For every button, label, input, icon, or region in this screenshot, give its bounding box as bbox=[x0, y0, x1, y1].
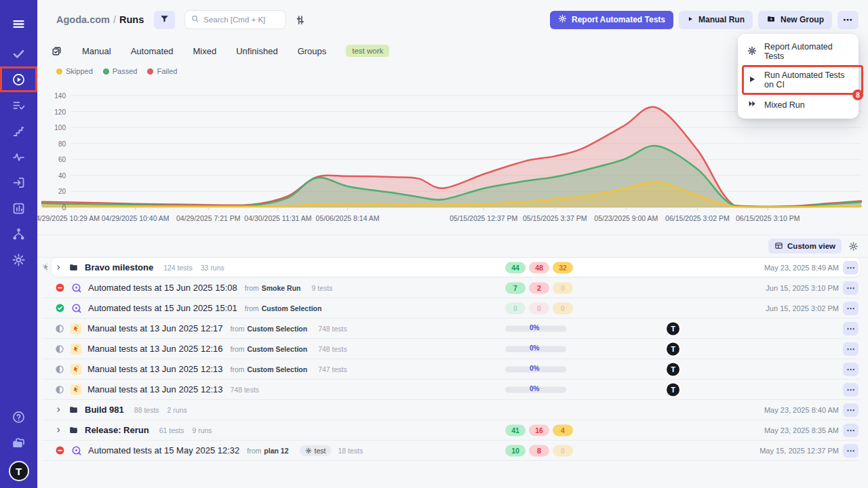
runs-count: 33 runs bbox=[201, 264, 224, 272]
progress-bar: 0% bbox=[505, 346, 566, 352]
table-row-run[interactable]: Manual tests at 13 Jun 2025 12:13 from C… bbox=[42, 359, 860, 380]
search-input[interactable] bbox=[203, 16, 280, 24]
table-row-run[interactable]: Manual tests at 13 Jun 2025 12:16 from C… bbox=[42, 339, 860, 359]
run-title[interactable]: Manual tests at 13 Jun 2025 12:13 bbox=[87, 364, 222, 374]
tab-groups[interactable]: Groups bbox=[298, 46, 327, 56]
cog-spark-icon bbox=[558, 14, 567, 25]
help-icon[interactable] bbox=[0, 404, 37, 430]
adjustments-icon[interactable] bbox=[294, 14, 306, 26]
menu-item-report-automated-tests[interactable]: Report Automated Tests bbox=[738, 37, 859, 66]
table-row-group[interactable]: Bravo milestone 124 tests 33 runs 44 48 … bbox=[42, 258, 860, 278]
tab-unfinished[interactable]: Unfinished bbox=[236, 46, 277, 56]
funnel-icon bbox=[159, 14, 170, 26]
result-badges: 41 16 4 bbox=[505, 424, 573, 436]
x-axis-tick-label: 05/15/2025 12:37 PM bbox=[450, 214, 517, 222]
run-date: May 15, 2025 12:37 PM bbox=[760, 447, 839, 455]
passed-badge: 10 bbox=[505, 445, 526, 456]
row-more-button[interactable]: ⋯ bbox=[843, 424, 859, 437]
brand-logo[interactable]: T bbox=[10, 462, 28, 480]
tag-filter-badge[interactable]: test work bbox=[346, 45, 389, 57]
assignee-avatar[interactable]: T bbox=[667, 363, 679, 375]
row-more-button[interactable]: ⋯ bbox=[843, 363, 859, 376]
filter-button[interactable] bbox=[154, 11, 175, 29]
group-name[interactable]: Build 981 bbox=[85, 405, 124, 415]
x-axis-tick-label: 06/15/2025 3:10 PM bbox=[736, 214, 800, 222]
test-tag-badge[interactable]: test bbox=[300, 445, 332, 456]
chevron-right-icon[interactable] bbox=[55, 264, 62, 271]
row-more-button[interactable]: ⋯ bbox=[843, 302, 859, 315]
menu-item-mixed-run[interactable]: Mixed Run bbox=[738, 94, 859, 115]
group-name[interactable]: Bravo milestone bbox=[85, 262, 153, 272]
row-more-button[interactable]: ⋯ bbox=[843, 444, 859, 458]
more-actions-button[interactable]: ⋯ bbox=[837, 11, 859, 29]
row-more-button[interactable]: ⋯ bbox=[843, 281, 859, 295]
folder-icon bbox=[68, 425, 79, 435]
custom-view-button[interactable]: Custom view bbox=[768, 239, 842, 253]
row-more-button[interactable]: ⋯ bbox=[843, 383, 859, 396]
projects-icon[interactable] bbox=[0, 430, 37, 455]
sidebar-item-runs[interactable] bbox=[0, 66, 37, 92]
report-automated-tests-button[interactable]: Report Automated Tests bbox=[550, 11, 673, 29]
row-more-button[interactable]: ⋯ bbox=[843, 342, 859, 356]
run-title[interactable]: Automated tests at 15 Jun 2025 15:08 bbox=[88, 283, 237, 293]
menu-item-run-automated-tests-on-ci[interactable]: Run Automated Tests on CI 8 bbox=[738, 66, 859, 94]
tests-count: 18 tests bbox=[338, 447, 363, 455]
legend-failed[interactable]: Failed bbox=[147, 67, 177, 75]
table-row-group[interactable]: Release: Rerun 61 tests 9 runs 41 16 4 M… bbox=[42, 420, 860, 441]
assignee-avatar[interactable]: T bbox=[667, 322, 679, 335]
run-title[interactable]: Automated tests at 15 May 2025 12:32 bbox=[88, 445, 239, 455]
failed-badge: 16 bbox=[529, 424, 549, 436]
sidebar-item-test-plans[interactable] bbox=[0, 92, 37, 118]
status-failed-icon bbox=[55, 445, 65, 455]
run-title[interactable]: Automated tests at 15 Jun 2025 15:01 bbox=[88, 303, 237, 313]
run-title[interactable]: Manual tests at 13 Jun 2025 12:16 bbox=[87, 344, 222, 354]
gear-icon bbox=[305, 447, 312, 454]
run-source: Custom Selection bbox=[247, 325, 307, 333]
automated-run-icon bbox=[71, 445, 82, 456]
legend-passed[interactable]: Passed bbox=[103, 67, 138, 75]
row-more-button[interactable]: ⋯ bbox=[843, 261, 859, 274]
sidebar-item-import[interactable] bbox=[0, 169, 37, 195]
manual-run-button[interactable]: Manual Run bbox=[679, 11, 753, 29]
breadcrumb-project[interactable]: Agoda.com bbox=[56, 14, 110, 25]
table-row-run[interactable]: Automated tests at 15 May 2025 12:32 fro… bbox=[42, 441, 860, 461]
view-settings-gear-icon[interactable] bbox=[848, 241, 859, 251]
failed-badge: 8 bbox=[529, 445, 549, 456]
sidebar-item-tests[interactable] bbox=[0, 41, 37, 66]
table-row-group[interactable]: Build 981 88 tests 2 runs May 23, 2025 8… bbox=[42, 400, 860, 420]
table-row-run[interactable]: Manual tests at 13 Jun 2025 12:13 748 te… bbox=[42, 380, 860, 400]
table-row-run[interactable]: Manual tests at 13 Jun 2025 12:17 from C… bbox=[42, 319, 860, 339]
sidebar-item-pulse[interactable] bbox=[0, 144, 37, 169]
table-row-run[interactable]: Automated tests at 15 Jun 2025 15:08 fro… bbox=[42, 278, 860, 298]
manual-run-icon bbox=[71, 384, 81, 395]
progress-bar: 0% bbox=[505, 325, 566, 331]
legend-skipped[interactable]: Skipped bbox=[56, 67, 93, 75]
sidebar-item-settings[interactable] bbox=[0, 247, 37, 272]
tab-automated[interactable]: Automated bbox=[131, 46, 174, 56]
row-more-button[interactable]: ⋯ bbox=[843, 403, 859, 417]
progress-value: 0% bbox=[530, 384, 539, 392]
run-title[interactable]: Manual tests at 13 Jun 2025 12:17 bbox=[87, 323, 222, 333]
failed-badge: 48 bbox=[529, 262, 549, 273]
skipped-badge: 0 bbox=[553, 282, 573, 293]
group-name[interactable]: Release: Rerun bbox=[85, 425, 149, 435]
chevron-right-icon[interactable] bbox=[55, 426, 62, 434]
table-row-run[interactable]: Automated tests at 15 Jun 2025 15:01 fro… bbox=[42, 298, 860, 319]
sidebar-item-branches[interactable] bbox=[0, 221, 37, 247]
new-group-button[interactable]: New Group bbox=[758, 11, 832, 29]
tab-manual[interactable]: Manual bbox=[82, 46, 111, 56]
breadcrumb-page: Runs bbox=[119, 14, 144, 25]
assignee-avatar[interactable]: T bbox=[667, 383, 679, 396]
skipped-badge: 4 bbox=[553, 424, 573, 436]
select-all-icon[interactable] bbox=[51, 45, 62, 57]
run-title[interactable]: Manual tests at 13 Jun 2025 12:13 bbox=[87, 384, 222, 394]
run-source: plan 12 bbox=[264, 447, 288, 455]
search-icon bbox=[191, 14, 199, 26]
row-more-button[interactable]: ⋯ bbox=[843, 322, 859, 336]
sidebar-item-milestones[interactable] bbox=[0, 118, 37, 144]
hamburger-menu-icon[interactable] bbox=[0, 11, 37, 37]
assignee-avatar[interactable]: T bbox=[667, 342, 679, 355]
chevron-right-icon[interactable] bbox=[55, 406, 62, 413]
sidebar-item-reports[interactable] bbox=[0, 195, 37, 221]
tab-mixed[interactable]: Mixed bbox=[193, 46, 217, 56]
